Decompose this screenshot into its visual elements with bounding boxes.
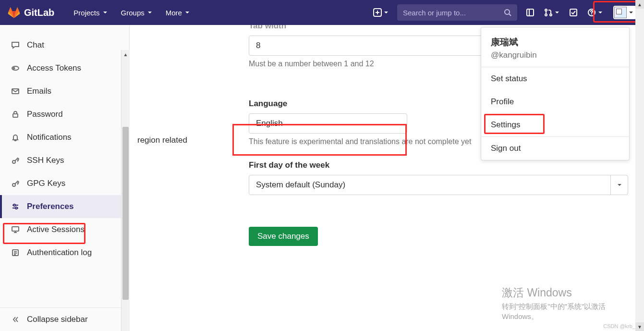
chevron-down-icon xyxy=(384,10,389,15)
token-icon xyxy=(11,63,20,73)
search-icon xyxy=(504,9,511,16)
menu-settings[interactable]: Settings xyxy=(481,113,629,136)
scroll-down-arrow-icon[interactable]: ▼ xyxy=(635,322,644,331)
collapse-sidebar-button[interactable]: Collapse sidebar xyxy=(0,307,129,331)
sidebar-item-label: Notifications xyxy=(27,133,72,142)
nav-primary: Projects Groups More xyxy=(68,6,195,20)
avatar-icon xyxy=(614,7,627,18)
sidebar-item-label: GPG Keys xyxy=(27,179,65,188)
language-value: English xyxy=(256,119,283,128)
first-day-select[interactable]: System default (Sunday) xyxy=(249,175,628,195)
region-related-text: region related xyxy=(137,135,187,145)
chevron-down-icon xyxy=(185,10,190,15)
search-input[interactable] xyxy=(403,9,504,17)
key-icon xyxy=(11,179,20,188)
monitor-icon xyxy=(11,225,20,234)
svg-point-5 xyxy=(545,14,547,16)
svg-rect-18 xyxy=(12,227,19,231)
svg-point-9 xyxy=(591,14,592,15)
gitlab-logo-icon xyxy=(8,6,20,19)
sidebar-item-label: SSH Keys xyxy=(27,156,64,165)
chevron-down-icon xyxy=(147,10,152,15)
nav-groups[interactable]: Groups xyxy=(115,6,158,20)
preferences-icon xyxy=(11,202,20,211)
sidebar-item-preferences[interactable]: Preferences xyxy=(0,195,129,218)
first-day-value: System default (Sunday) xyxy=(256,180,345,190)
sidebar-item-ssh-keys[interactable]: SSH Keys xyxy=(0,149,129,172)
svg-point-4 xyxy=(545,9,547,11)
sidebar-item-notifications[interactable]: Notifications xyxy=(0,126,129,149)
top-navbar: GitLab Projects Groups More xyxy=(0,0,644,25)
plus-square-icon xyxy=(373,8,382,17)
scroll-up-arrow-icon[interactable]: ▲ xyxy=(122,50,130,59)
issues-shortcut[interactable] xyxy=(521,5,539,20)
sidebar-item-label: Preferences xyxy=(27,202,73,211)
merge-requests-shortcut[interactable] xyxy=(539,5,564,20)
nav-more-label: More xyxy=(166,9,182,17)
sidebar-item-emails[interactable]: Emails xyxy=(0,80,129,103)
brand-area[interactable]: GitLab xyxy=(8,6,54,19)
svg-point-1 xyxy=(505,10,510,14)
save-changes-button[interactable]: Save changes xyxy=(249,227,318,246)
scroll-thumb[interactable] xyxy=(122,127,129,300)
merge-request-icon xyxy=(544,8,553,17)
new-dropdown-button[interactable] xyxy=(368,5,393,20)
svg-point-16 xyxy=(13,204,15,206)
scroll-up-arrow-icon[interactable]: ▲ xyxy=(635,0,644,9)
sidebar-item-gpg-keys[interactable]: GPG Keys xyxy=(0,172,129,195)
sidebar-item-label: Password xyxy=(27,110,63,119)
sidebar-item-auth-log[interactable]: Authentication log xyxy=(0,241,129,264)
help-icon xyxy=(587,8,596,17)
list-icon xyxy=(11,248,20,257)
csdn-watermark: CSDN @krb_ xyxy=(603,323,635,329)
svg-point-11 xyxy=(13,68,15,69)
chevron-down-icon xyxy=(598,10,603,15)
key-icon xyxy=(11,156,20,165)
nav-more[interactable]: More xyxy=(160,6,195,20)
chevron-down-icon xyxy=(555,10,559,15)
global-search[interactable] xyxy=(397,4,517,21)
sidebar-item-label: Active Sessions xyxy=(27,225,85,234)
user-display-name: 康瑞斌 xyxy=(491,36,620,49)
todos-shortcut[interactable] xyxy=(564,5,583,20)
svg-rect-2 xyxy=(527,9,534,16)
sidebar-scrollbar[interactable]: ▲ xyxy=(121,50,130,331)
svg-rect-7 xyxy=(570,9,577,16)
language-select[interactable]: English xyxy=(249,113,407,134)
collapse-label: Collapse sidebar xyxy=(27,315,88,324)
sidebar-item-label: Authentication log xyxy=(27,248,92,257)
email-icon xyxy=(11,86,20,96)
user-menu-toggle[interactable] xyxy=(613,6,636,19)
sidebar-item-password[interactable]: Password xyxy=(0,103,129,126)
sidebar-item-label: Emails xyxy=(27,86,51,96)
chevron-down-icon xyxy=(629,10,633,15)
svg-rect-13 xyxy=(13,114,18,117)
sidebar-item-chat[interactable]: Chat xyxy=(0,34,129,57)
nav-projects[interactable]: Projects xyxy=(68,6,113,20)
sidebar-item-access-tokens[interactable]: Access Tokens xyxy=(0,57,129,80)
svg-point-17 xyxy=(15,207,17,209)
todos-icon xyxy=(569,8,578,17)
chevron-down-icon xyxy=(610,175,628,195)
menu-sign-out[interactable]: Sign out xyxy=(481,137,629,160)
menu-set-status[interactable]: Set status xyxy=(481,67,629,90)
menu-profile[interactable]: Profile xyxy=(481,90,629,113)
issues-icon xyxy=(526,8,535,17)
user-info: 康瑞斌 @kangruibin xyxy=(481,27,629,67)
user-dropdown-menu: 康瑞斌 @kangruibin Set status Profile Setti… xyxy=(481,27,630,160)
help-dropdown[interactable] xyxy=(583,5,608,20)
nav-projects-label: Projects xyxy=(73,9,99,17)
first-day-label: First day of the week xyxy=(249,160,636,170)
svg-point-6 xyxy=(550,14,552,16)
lock-icon xyxy=(11,110,20,119)
sidebar-item-active-sessions[interactable]: Active Sessions xyxy=(0,218,129,241)
first-day-field: First day of the week System default (Su… xyxy=(249,160,636,195)
sidebar-item-label: Access Tokens xyxy=(27,63,81,73)
user-handle: @kangruibin xyxy=(491,50,620,60)
chat-icon xyxy=(11,40,20,50)
brand-text: GitLab xyxy=(24,7,54,18)
bell-icon xyxy=(11,133,20,142)
settings-sidebar: Chat Access Tokens Emails Password Notif… xyxy=(0,25,130,331)
page-scrollbar[interactable]: ▲ ▼ xyxy=(635,0,644,331)
chevron-down-icon xyxy=(103,10,108,15)
